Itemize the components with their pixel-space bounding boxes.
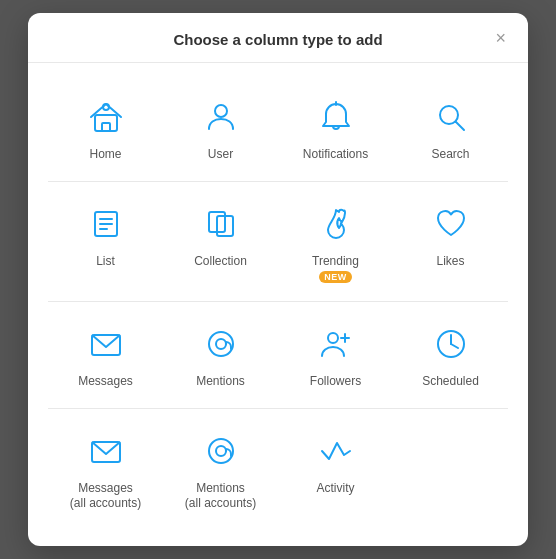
heart-icon [427, 200, 475, 248]
item-scheduled-label: Scheduled [422, 374, 479, 390]
svg-line-21 [451, 344, 458, 348]
item-mentions-all-label: Mentions(all accounts) [185, 481, 256, 512]
item-user-label: User [208, 147, 233, 163]
item-activity[interactable]: Activity [278, 413, 393, 526]
item-scheduled[interactable]: Scheduled [393, 306, 508, 404]
item-messages-all-label: Messages(all accounts) [70, 481, 141, 512]
bell-icon [312, 93, 360, 141]
item-list-label: List [96, 254, 115, 270]
item-home[interactable]: Home [48, 79, 163, 177]
item-list[interactable]: List [48, 186, 163, 298]
item-followers[interactable]: Followers [278, 306, 393, 404]
list-icon [82, 200, 130, 248]
home-icon [82, 93, 130, 141]
item-collection-label: Collection [194, 254, 247, 270]
item-mentions[interactable]: Mentions [163, 306, 278, 404]
item-notifications[interactable]: Notifications [278, 79, 393, 177]
grid-row-4: Messages(all accounts) Mentions(all acco… [48, 413, 508, 526]
svg-rect-2 [102, 123, 110, 131]
at-icon [197, 320, 245, 368]
empty-slot [393, 413, 508, 526]
trending-icon [312, 200, 360, 248]
item-likes-label: Likes [436, 254, 464, 270]
item-user[interactable]: User [163, 79, 278, 177]
svg-point-1 [103, 104, 109, 110]
item-mentions-all[interactable]: Mentions(all accounts) [163, 413, 278, 526]
svg-point-3 [215, 105, 227, 117]
clock-icon [427, 320, 475, 368]
at-all-icon [197, 427, 245, 475]
item-home-label: Home [89, 147, 121, 163]
item-trending-label: Trending [312, 254, 359, 270]
divider-3 [48, 408, 508, 409]
item-notifications-label: Notifications [303, 147, 368, 163]
followers-icon [312, 320, 360, 368]
envelope-all-icon [82, 427, 130, 475]
item-search[interactable]: Search [393, 79, 508, 177]
grid-row-1: Home User [48, 79, 508, 177]
close-button[interactable]: × [491, 27, 510, 49]
envelope-icon [82, 320, 130, 368]
modal-header: Choose a column type to add × [28, 13, 528, 63]
search-icon [427, 93, 475, 141]
item-messages-all[interactable]: Messages(all accounts) [48, 413, 163, 526]
activity-icon [312, 427, 360, 475]
item-messages-label: Messages [78, 374, 133, 390]
divider-2 [48, 301, 508, 302]
item-collection[interactable]: Collection [163, 186, 278, 298]
grid-row-2: List Collection [48, 186, 508, 298]
modal-choose-column: Choose a column type to add × Home [28, 13, 528, 546]
svg-point-15 [216, 339, 226, 349]
item-mentions-label: Mentions [196, 374, 245, 390]
item-followers-label: Followers [310, 374, 361, 390]
trending-new-badge: NEW [319, 271, 352, 283]
divider-1 [48, 181, 508, 182]
item-activity-label: Activity [316, 481, 354, 497]
collection-icon [197, 200, 245, 248]
svg-point-24 [216, 446, 226, 456]
item-messages[interactable]: Messages [48, 306, 163, 404]
svg-line-6 [455, 122, 464, 131]
svg-point-16 [328, 333, 338, 343]
item-search-label: Search [431, 147, 469, 163]
item-likes[interactable]: Likes [393, 186, 508, 298]
user-icon [197, 93, 245, 141]
item-trending[interactable]: Trending NEW [278, 186, 393, 298]
modal-title: Choose a column type to add [173, 31, 382, 48]
grid-row-3: Messages Mentions [48, 306, 508, 404]
modal-body: Home User [28, 63, 528, 546]
